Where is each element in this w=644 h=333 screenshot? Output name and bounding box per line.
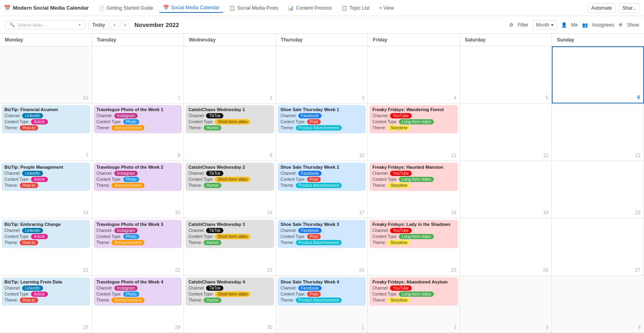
calendar-cell[interactable]: BizTip: People Management Channel: Linke… [0,161,92,218]
task-card[interactable]: Travelouge Photo of the Week 2 Channel: … [94,163,182,191]
day-header-monday: Monday [0,34,92,46]
calendar-cell[interactable]: BizTip: Financial Acumen Channel: Linked… [0,103,92,161]
calendar-cell[interactable]: Freaky Fridays: Wandering Forest Channel… [368,103,460,161]
calendar-cell[interactable]: 13 [552,103,644,161]
theme-label: Theme: [4,240,18,245]
calendar-cell[interactable]: Shoe Sale Thursday Week 3 Channel: Faceb… [276,218,368,275]
theme-label: Theme: [188,298,202,302]
separator: | [226,286,227,290]
calendar-cell[interactable]: Shoe Sale Thursday Week 1 Channel: Faceb… [276,103,368,161]
task-card[interactable]: Freaky Fridays: Lady in the Shadows Chan… [369,220,458,248]
separator: | [414,286,415,290]
task-card[interactable]: BizTip: Financial Acumen Channel: Linked… [2,105,90,133]
task-card[interactable]: CatsInChaos Wednesday 4 Channel: TikTok … [186,277,274,306]
separator: | [140,228,141,233]
calendar-cell[interactable]: 27 [552,218,644,275]
calendar-cell[interactable]: 3 [460,276,552,333]
task-card[interactable]: Shoe Sale Thursday Week 4 Channel: Faceb… [278,277,366,306]
calendar-cell[interactable]: Shoe Sale Thursday Week 2 Channel: Faceb… [276,161,368,218]
task-theme-row: Theme: Humor [188,125,271,130]
calendar-cell[interactable]: 20 [552,161,644,218]
add-view-button[interactable]: + View [375,4,398,12]
separator: | [324,171,325,176]
content-tag: Photo [123,177,139,182]
channel-tag: Facebook [298,228,322,233]
separator: | [323,234,324,239]
share-button[interactable]: Shar... [619,3,640,13]
calendar-cell[interactable]: CatsInChaos Wednesday 3 Channel: TikTok … [184,218,276,275]
calendar-cell[interactable]: CatsInChaos Wednesday 1 Channel: TikTok … [184,103,276,161]
calendar-cell[interactable]: 19 [460,161,552,218]
search-dropdown-icon[interactable]: ▾ [78,22,81,27]
calendar-cell[interactable]: Shoe Sale Thursday Week 4 Channel: Faceb… [276,276,368,333]
today-button[interactable]: Today [89,20,109,30]
calendar-cell[interactable]: 31 [0,46,92,103]
task-title: Freaky Fridays: Abandoned Asylum [372,279,455,284]
content-tag: Article [31,119,48,124]
task-card[interactable]: Freaky Fridays: Wandering Forest Channel… [369,105,458,133]
calendar-cell[interactable]: 4 [552,276,644,333]
task-card[interactable]: Travelogue Photo of the Week 4 Channel: … [94,277,182,306]
tab-social-media-calendar[interactable]: 📅 Social Media Calendar [159,3,224,13]
date-number: 31 [83,95,88,101]
calendar-cell[interactable]: Freaky Fridays: Abandoned Asylum Channel… [368,276,460,333]
calendar-cell[interactable]: Travelogue Photo of the Week 1 Channel: … [92,103,184,161]
tab-content-process[interactable]: 📊 Content Process [284,4,336,12]
task-channel-row: Channel: YouTube | [372,171,455,176]
tab-social-media-posts[interactable]: 📋 Social Media Posts [225,4,282,12]
calendar-cell[interactable]: 1 [92,46,184,103]
task-card[interactable]: CatsInChaos Wednesday 2 Channel: TikTok … [186,163,274,191]
task-card[interactable]: Shoe Sale Thursday Week 1 Channel: Faceb… [278,105,366,133]
task-theme-row: Theme: Announcement [97,240,180,245]
calendar-cell[interactable]: Travelouge Photo of the Week 2 Channel: … [92,161,184,218]
app-title: Modern Social Media Calendar [13,5,89,11]
task-card[interactable]: Shoe Sale Thursday Week 2 Channel: Faceb… [278,163,366,191]
calendar-cell[interactable]: 26 [460,218,552,275]
task-card[interactable]: Freaky Fridays: Haunted Mansion Channel:… [369,163,458,191]
tab-topic-list[interactable]: 📋 Topic List [337,4,374,12]
calendar-cell[interactable]: 6 [552,46,644,103]
channel-label: Channel: [281,114,297,118]
task-theme-row: Theme: Announcement [97,298,180,303]
task-card[interactable]: BizTip: Embracing Change Channel: Linked… [2,220,90,248]
prev-month-button[interactable]: ‹ [110,20,119,30]
task-card[interactable]: Freaky Fridays: Abandoned Asylum Channel… [369,277,458,306]
calendar-cell[interactable]: CatsInChaos Wednesday 4 Channel: TikTok … [184,276,276,333]
date-number: 11 [451,153,456,158]
tab-getting-started[interactable]: 📄 Getting Started Guide [95,4,157,12]
task-card[interactable]: BizTip: People Management Channel: Linke… [2,163,90,191]
calendar-cell[interactable]: 4 [368,46,460,103]
separator: | [436,120,438,124]
calendar-cell[interactable]: Freaky Fridays: Haunted Mansion Channel:… [368,161,460,218]
task-title: Shoe Sale Thursday Week 1 [281,107,363,112]
calendar-cell[interactable]: BizTip: Embracing Change Channel: Linked… [0,218,92,275]
calendar-cell[interactable]: 3 [276,46,368,103]
task-channel-row: Channel: Facebook | [281,113,363,118]
theme-tag: Product Advertisement [296,183,342,188]
task-title: BizTip: Learning From Data [4,279,87,284]
next-month-button[interactable]: › [121,20,130,30]
calendar-cell[interactable]: 12 [460,103,552,161]
dropdown-icon: ▾ [551,22,553,28]
task-channel-row: Channel: LinkedIn | [4,171,87,176]
calendar-cell[interactable]: Travelogue Photo of the Week 3 Channel: … [92,218,184,275]
task-content-row: Content Type: Photo | [97,234,180,239]
calendar-cell[interactable]: Freaky Fridays: Lady in the Shadows Chan… [368,218,460,275]
task-card[interactable]: Travelogue Photo of the Week 1 Channel: … [94,105,182,133]
theme-label: Theme: [372,126,386,130]
automate-button[interactable]: Automate [588,3,615,13]
task-card[interactable]: Shoe Sale Thursday Week 3 Channel: Faceb… [278,220,366,248]
search-box[interactable]: 🔍 Search tasks... ▾ [5,20,85,29]
task-title: Freaky Fridays: Haunted Mansion [372,165,455,170]
task-card[interactable]: BizTip: Learning From Data Channel: Link… [2,277,90,306]
calendar-cell[interactable]: Travelogue Photo of the Week 4 Channel: … [92,276,184,333]
calendar-cell[interactable]: BizTip: Learning From Data Channel: Link… [0,276,92,333]
task-card[interactable]: CatsInChaos Wednesday 3 Channel: TikTok … [186,220,274,248]
task-card[interactable]: Travelogue Photo of the Week 3 Channel: … [94,220,182,248]
calendar-cell[interactable]: 5 [460,46,552,103]
date-number: 19 [543,210,548,215]
task-card[interactable]: CatsInChaos Wednesday 1 Channel: TikTok … [186,105,274,133]
calendar-cell[interactable]: CatsInChaos Wednesday 2 Channel: TikTok … [184,161,276,218]
month-view-button[interactable]: Month ▾ [533,20,557,30]
calendar-cell[interactable]: 2 [184,46,276,103]
